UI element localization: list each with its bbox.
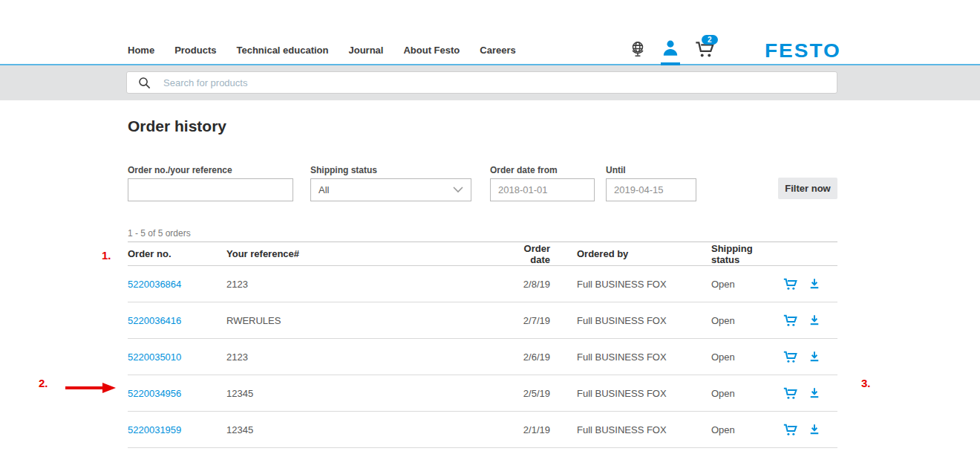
ordered-by-cell: Full BUSINESS FOX — [577, 388, 711, 399]
shipping-status-cell: Open — [711, 351, 772, 363]
reference-cell: RWERULES — [226, 315, 509, 326]
filter-form: Order no./your reference Shipping status… — [128, 165, 837, 201]
annotation-step-2: 2. — [39, 377, 48, 389]
order-no-filter-label: Order no./your reference — [128, 165, 293, 175]
shipping-status-filter-label: Shipping status — [310, 165, 471, 175]
cart-badge: 2 — [702, 35, 718, 45]
order-date-cell: 2/8/19 — [509, 279, 550, 290]
top-header: Home Products Technical education Journa… — [0, 0, 980, 65]
ordered-by-cell: Full BUSINESS FOX — [577, 315, 711, 326]
page-title: Order history — [128, 117, 226, 135]
ordered-by-cell: Full BUSINESS FOX — [577, 424, 711, 435]
shipping-status-cell: Open — [711, 279, 772, 290]
col-ordered-by: Ordered by — [577, 248, 711, 259]
reorder-cart-icon[interactable] — [783, 349, 799, 364]
order-history-page: Order history Order no./your reference S… — [0, 100, 980, 456]
reorder-cart-icon[interactable] — [783, 386, 799, 401]
date-until-input[interactable] — [606, 178, 696, 201]
download-icon[interactable] — [808, 350, 821, 363]
order-number-link[interactable]: 5220036864 — [128, 279, 181, 290]
col-order-no: Order no. — [128, 248, 226, 259]
chevron-down-icon — [453, 187, 463, 193]
product-search-box[interactable] — [126, 71, 837, 94]
annotation-step-3: 3. — [861, 377, 871, 389]
order-date-cell: 2/6/19 — [509, 351, 550, 363]
shipping-status-cell: Open — [711, 388, 772, 399]
col-order-date: Order date — [509, 243, 550, 265]
nav-item-products[interactable]: Products — [174, 45, 216, 56]
order-number-link[interactable]: 5220034956 — [128, 388, 181, 399]
date-from-input[interactable] — [490, 178, 595, 201]
reference-cell: 12345 — [226, 388, 509, 399]
date-from-filter-label: Order date from — [490, 165, 595, 175]
download-icon[interactable] — [808, 386, 821, 400]
order-no-filter-input[interactable] — [128, 178, 293, 201]
order-number-link[interactable]: 5220036416 — [128, 315, 181, 326]
download-icon[interactable] — [808, 423, 821, 436]
main-nav: Home Products Technical education Journa… — [128, 45, 516, 56]
results-count: 1 - 5 of 5 orders — [128, 228, 191, 239]
ordered-by-cell: Full BUSINESS FOX — [577, 351, 711, 363]
reorder-cart-icon[interactable] — [783, 313, 799, 328]
search-icon — [137, 76, 151, 90]
search-band — [0, 65, 980, 100]
table-row: 5220031959 12345 2/1/19 Full BUSINESS FO… — [128, 412, 837, 448]
order-date-cell: 2/5/19 — [509, 388, 550, 399]
annotation-step-1: 1. — [102, 249, 111, 262]
filter-now-button[interactable]: Filter now — [778, 178, 837, 199]
download-icon[interactable] — [808, 277, 821, 291]
nav-item-journal[interactable]: Journal — [348, 45, 383, 56]
annotation-arrow — [64, 383, 116, 396]
order-number-link[interactable]: 5220035010 — [128, 351, 181, 363]
reorder-cart-icon[interactable] — [783, 422, 799, 437]
account-icon[interactable] — [660, 39, 681, 61]
table-row: 5220035010 2123 2/6/19 Full BUSINESS FOX… — [128, 339, 837, 375]
shipping-status-cell: Open — [711, 424, 772, 435]
order-date-cell: 2/1/19 — [509, 424, 550, 435]
table-header-row: Order no. Your reference# Order date Ord… — [128, 242, 837, 266]
table-row: 5220036864 2123 2/8/19 Full BUSINESS FOX… — [128, 266, 837, 302]
shipping-status-selected-value: All — [318, 184, 329, 195]
nav-item-technical-education[interactable]: Technical education — [236, 45, 328, 56]
date-until-filter-label: Until — [606, 165, 696, 175]
ordered-by-cell: Full BUSINESS FOX — [577, 279, 711, 290]
search-input[interactable] — [163, 77, 837, 88]
col-shipping-status: Shipping status — [711, 243, 772, 265]
col-reference: Your reference# — [226, 248, 509, 259]
nav-item-careers[interactable]: Careers — [480, 45, 515, 56]
shipping-status-cell: Open — [711, 315, 772, 326]
reference-cell: 2123 — [226, 279, 509, 290]
reference-cell: 12345 — [226, 424, 509, 435]
nav-item-home[interactable]: Home — [128, 45, 154, 56]
reference-cell: 2123 — [226, 351, 509, 363]
nav-item-about-festo[interactable]: About Festo — [403, 45, 460, 56]
orders-table: Order no. Your reference# Order date Ord… — [128, 242, 837, 448]
language-globe-icon[interactable] — [627, 39, 648, 61]
table-row: 5220036416 RWERULES 2/7/19 Full BUSINESS… — [128, 302, 837, 339]
cart-icon[interactable]: 2 — [693, 39, 718, 61]
reorder-cart-icon[interactable] — [783, 276, 799, 291]
order-number-link[interactable]: 5220031959 — [128, 424, 181, 435]
festo-logo[interactable]: FESTO — [765, 40, 841, 62]
shipping-status-select[interactable]: All — [310, 178, 471, 201]
order-date-cell: 2/7/19 — [509, 315, 550, 326]
download-icon[interactable] — [808, 314, 821, 327]
table-row: 5220034956 12345 2/5/19 Full BUSINESS FO… — [128, 375, 837, 412]
